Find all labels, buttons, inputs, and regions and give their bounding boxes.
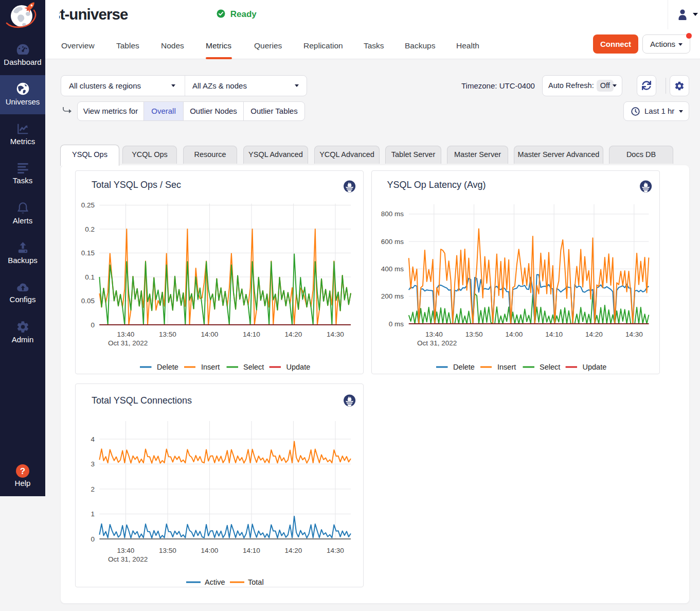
svg-text:0.1: 0.1 [85, 273, 95, 281]
svg-text:4: 4 [91, 435, 95, 443]
svg-text:Total YSQL Ops / Sec: Total YSQL Ops / Sec [92, 180, 181, 190]
svg-text:14:10: 14:10 [243, 547, 260, 554]
svg-text:800 ms: 800 ms [381, 210, 404, 218]
svg-text:Total YSQL Connections: Total YSQL Connections [92, 395, 192, 406]
svg-text:14:30: 14:30 [327, 547, 344, 554]
svg-text:13:50: 13:50 [159, 547, 176, 554]
svg-text:13:40: 13:40 [425, 330, 443, 338]
svg-text:400 ms: 400 ms [381, 265, 404, 273]
svg-text:14:00: 14:00 [201, 330, 219, 338]
svg-text:YSQL Op Latency (Avg): YSQL Op Latency (Avg) [387, 180, 486, 190]
svg-text:13:50: 13:50 [159, 330, 176, 338]
svg-text:?: ? [20, 466, 25, 476]
svg-text:0.15: 0.15 [81, 249, 95, 257]
svg-text:Oct 31, 2022: Oct 31, 2022 [108, 339, 148, 347]
svg-text:3: 3 [91, 460, 95, 468]
svg-text:Oct 31, 2022: Oct 31, 2022 [417, 339, 457, 347]
svg-text:Total: Total [248, 578, 264, 586]
svg-text:13:50: 13:50 [465, 330, 483, 338]
svg-text:14:00: 14:00 [201, 547, 219, 554]
svg-text:14:30: 14:30 [327, 330, 344, 338]
svg-text:0 ms: 0 ms [389, 320, 404, 328]
svg-text:2: 2 [91, 485, 95, 493]
svg-text:Active: Active [205, 578, 225, 586]
svg-text:13:40: 13:40 [117, 547, 135, 554]
svg-text:14:10: 14:10 [243, 330, 260, 338]
svg-text:0.25: 0.25 [81, 201, 95, 209]
svg-text:14:00: 14:00 [506, 330, 523, 338]
svg-text:Update: Update [583, 363, 607, 371]
svg-text:0: 0 [91, 321, 95, 329]
svg-text:0.05: 0.05 [81, 297, 95, 305]
svg-text:200 ms: 200 ms [381, 292, 404, 300]
svg-text:Update: Update [286, 363, 311, 371]
svg-text:0: 0 [91, 535, 95, 543]
svg-text:14:20: 14:20 [585, 330, 603, 338]
svg-text:Insert: Insert [201, 363, 220, 371]
svg-text:1: 1 [91, 510, 95, 518]
svg-text:Delete: Delete [453, 363, 475, 371]
svg-text:Oct 31, 2022: Oct 31, 2022 [108, 555, 148, 563]
svg-text:600 ms: 600 ms [381, 238, 404, 246]
svg-text:0.2: 0.2 [85, 225, 95, 233]
svg-text:14:20: 14:20 [285, 330, 302, 338]
svg-text:14:10: 14:10 [545, 330, 563, 338]
svg-text:14:20: 14:20 [285, 547, 302, 554]
svg-text:Insert: Insert [497, 363, 516, 371]
svg-text:Select: Select [540, 363, 560, 371]
svg-text:14:30: 14:30 [625, 330, 643, 338]
svg-text:Select: Select [243, 363, 264, 371]
svg-text:13:40: 13:40 [117, 330, 135, 338]
svg-text:Delete: Delete [157, 363, 178, 371]
